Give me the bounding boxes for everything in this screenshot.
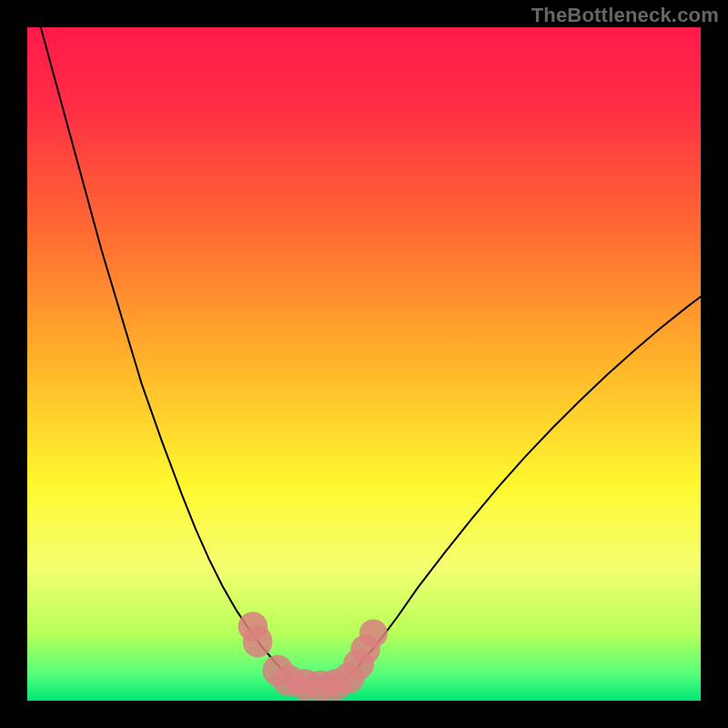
marker-point-1 (243, 625, 273, 658)
plot-area (27, 27, 701, 701)
watermark-text: TheBottleneck.com (531, 4, 719, 27)
marker-point-10 (359, 619, 388, 647)
chart-frame: TheBottleneck.com (0, 0, 728, 728)
chart-svg (27, 27, 701, 701)
gradient-bg (27, 27, 701, 701)
